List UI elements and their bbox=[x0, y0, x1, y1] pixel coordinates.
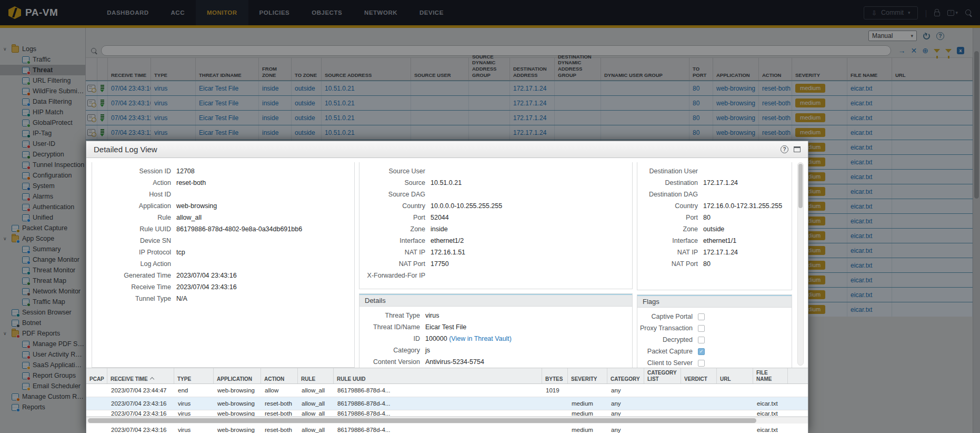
related-log-row[interactable]: 2023/07/04 23:43:16virusweb-browsingrese… bbox=[86, 397, 808, 410]
dialog-detail-panels: Session ID12708Actionreset-bothHost IDAp… bbox=[86, 158, 808, 368]
field-value: 12708 bbox=[176, 168, 195, 175]
pa-vm-screen: PA-VM DASHBOARDACCMONITORPOLICIESOBJECTS… bbox=[0, 0, 980, 433]
column-header-rule[interactable]: RULE bbox=[298, 368, 334, 383]
general-field-host-id: Host ID bbox=[92, 189, 354, 200]
field-label: Receive Time bbox=[92, 283, 171, 291]
general-field-receive-time: Receive Time2023/07/04 23:43:16 bbox=[92, 281, 354, 293]
field-value: 17750 bbox=[431, 260, 449, 268]
field-value: 172.17.1.24 bbox=[703, 249, 738, 256]
flag-label: Proxy Transaction bbox=[637, 324, 693, 332]
source-field-nat-ip: NAT IP172.16.1.51 bbox=[359, 247, 632, 258]
cell-action: reset-both bbox=[261, 400, 298, 407]
column-header-verdict[interactable]: VERDICT bbox=[681, 368, 717, 383]
details-field-id: ID100000 (View in Threat Vault) bbox=[359, 333, 632, 345]
column-header-url-category-list[interactable]: URL CATEGORY LIST bbox=[644, 368, 681, 383]
source-field-source-user: Source User bbox=[359, 165, 632, 177]
general-field-session-id: Session ID12708 bbox=[92, 165, 354, 177]
field-label: Rule UUID bbox=[92, 225, 171, 233]
source-field-nat-port: NAT Port17750 bbox=[359, 258, 632, 270]
general-panel: Session ID12708Actionreset-bothHost IDAp… bbox=[92, 162, 355, 368]
field-label: IP Protocol bbox=[92, 249, 171, 256]
cell-file-name: eicar.txt bbox=[753, 400, 788, 407]
field-value: Antivirus-5234-5754 bbox=[425, 358, 484, 366]
destination-field-destination-user: Destination User bbox=[637, 165, 792, 177]
field-value: Eicar Test File bbox=[425, 323, 466, 331]
cell-file-name: eicar.txt bbox=[753, 410, 788, 417]
flag-checkbox[interactable] bbox=[698, 313, 705, 320]
cell-rule: allow_all bbox=[298, 410, 334, 417]
related-logs-horizontal-scrollbar[interactable] bbox=[86, 417, 808, 424]
column-header-type[interactable]: TYPE bbox=[174, 368, 214, 383]
cell-severity: medium bbox=[568, 427, 607, 433]
general-field-log-action: Log Action bbox=[92, 258, 354, 270]
field-value: 10.0.0.0-10.255.255.255 bbox=[431, 202, 502, 210]
column-header-action[interactable]: ACTION bbox=[261, 368, 298, 383]
dialog-vertical-scrollbar[interactable] bbox=[797, 162, 804, 366]
details-field-content-version: Content VersionAntivirus-5234-5754 bbox=[359, 356, 632, 368]
destination-field-nat-port: NAT Port80 bbox=[637, 258, 792, 270]
field-label: Content Version bbox=[359, 358, 420, 366]
cell-receive-time: 2023/07/04 23:43:16 bbox=[107, 410, 174, 417]
related-log-row[interactable]: 2023/07/04 23:43:16virusweb-browsingrese… bbox=[86, 410, 808, 417]
column-header-bytes[interactable]: BYTES bbox=[542, 368, 568, 383]
field-value: 10.51.0.21 bbox=[431, 179, 462, 186]
column-header-severity[interactable]: SEVERITY bbox=[568, 368, 607, 383]
related-log-row[interactable]: 2023/07/04 23:44:47endweb-browsingallowa… bbox=[86, 384, 808, 397]
column-header-receive-time[interactable]: RECEIVE TIME bbox=[107, 368, 174, 383]
flag-checkbox[interactable] bbox=[698, 360, 705, 367]
column-header-file-name[interactable]: FILE NAME bbox=[753, 368, 788, 383]
scrollbar-thumb[interactable] bbox=[88, 418, 756, 423]
field-value: 80 bbox=[703, 260, 711, 268]
column-header-url[interactable]: URL bbox=[717, 368, 753, 383]
field-value: 172.16.0.0-172.31.255.255 bbox=[703, 202, 782, 210]
cell-application: web-browsing bbox=[214, 400, 261, 407]
destination-panel: Destination UserDestination172.17.1.24De… bbox=[637, 162, 792, 290]
flag-proxy-transaction: Proxy Transaction bbox=[637, 322, 792, 334]
general-field-rule: Ruleallow_all bbox=[92, 212, 354, 223]
flag-checkbox[interactable] bbox=[698, 325, 705, 332]
field-label: Destination DAG bbox=[637, 191, 698, 198]
field-label: Log Action bbox=[92, 260, 171, 268]
field-value: inside bbox=[431, 225, 448, 233]
flag-checkbox[interactable]: ✓ bbox=[698, 348, 705, 355]
field-label: Threat ID/Name bbox=[359, 323, 420, 331]
flags-header: Flags bbox=[637, 295, 792, 308]
column-header-rule-uuid[interactable]: RULE UUID bbox=[334, 368, 542, 383]
cell-rule-uuid: 86179886-878d-4... bbox=[334, 387, 542, 393]
flag-packet-capture: Packet Capture✓ bbox=[637, 346, 792, 357]
source-field-source-dag: Source DAG bbox=[359, 189, 632, 200]
column-header-application[interactable]: APPLICATION bbox=[214, 368, 261, 383]
dialog-help-icon[interactable]: ? bbox=[781, 145, 788, 153]
cell-severity: medium bbox=[568, 400, 607, 407]
related-log-row[interactable]: 2023/07/04 23:43:16virusweb-browsingrese… bbox=[86, 424, 808, 433]
dialog-titlebar[interactable]: Detailed Log View ? bbox=[86, 141, 808, 158]
flag-checkbox[interactable] bbox=[698, 337, 705, 343]
cell-severity: medium bbox=[568, 410, 607, 417]
dialog-restore-icon[interactable] bbox=[794, 146, 801, 152]
field-label: Zone bbox=[637, 225, 698, 233]
flag-client-to-server: Client to Server bbox=[637, 357, 792, 368]
details-field-category: Categoryjs bbox=[359, 345, 632, 356]
field-label: ID bbox=[359, 335, 420, 342]
cell-type: virus bbox=[174, 410, 214, 417]
scrollbar-thumb[interactable] bbox=[798, 164, 803, 208]
column-header-category[interactable]: CATEGORY bbox=[607, 368, 644, 383]
column-header-pcap[interactable]: PCAP bbox=[86, 368, 107, 383]
source-field-zone: Zoneinside bbox=[359, 223, 632, 235]
details-field-threat-id-name: Threat ID/NameEicar Test File bbox=[359, 321, 632, 333]
field-label: Interface bbox=[637, 237, 698, 244]
field-label: Country bbox=[359, 202, 425, 210]
field-label: Zone bbox=[359, 225, 425, 233]
field-label: NAT Port bbox=[637, 260, 698, 268]
source-panel: Source UserSource10.51.0.21Source DAGCou… bbox=[359, 162, 633, 289]
field-value: N/A bbox=[176, 295, 187, 302]
threat-vault-link[interactable]: (View in Threat Vault) bbox=[447, 335, 512, 342]
related-logs-header: PCAPRECEIVE TIMETYPEAPPLICATIONACTIONRUL… bbox=[86, 368, 808, 384]
cell-rule-uuid: 86179886-878d-4... bbox=[334, 427, 542, 433]
field-value: outside bbox=[703, 225, 724, 233]
cell-bytes: 1019 bbox=[542, 387, 568, 393]
flag-label: Packet Capture bbox=[637, 348, 693, 355]
cell-application: web-browsing bbox=[214, 387, 261, 393]
field-label: Application bbox=[92, 202, 171, 210]
field-label: Destination bbox=[637, 179, 698, 186]
